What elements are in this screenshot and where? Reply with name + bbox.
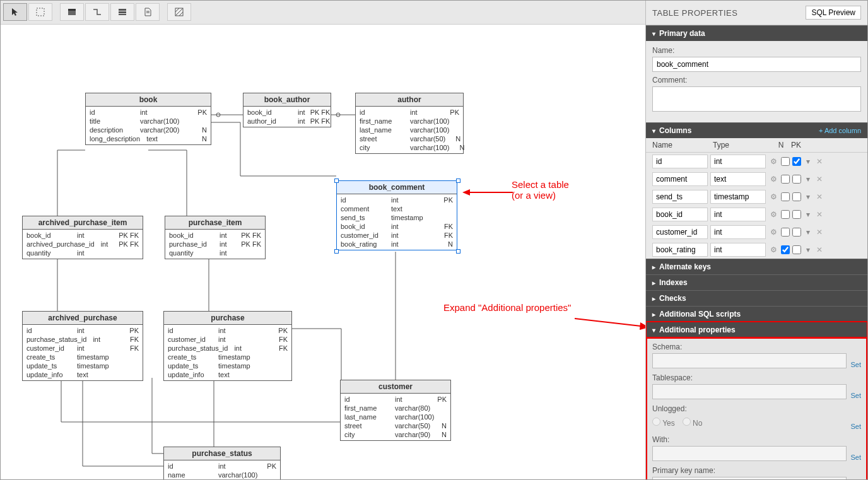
table-book_comment[interactable]: book_commentidintPKcommenttextsend_tstim… [336, 180, 457, 250]
section-additional-sql[interactable]: ▸Additional SQL scripts [646, 306, 867, 322]
column-type-input[interactable] [710, 208, 766, 221]
table-title: book_comment [337, 181, 457, 194]
chevron-down-icon[interactable]: ▾ [804, 228, 812, 237]
unlogged-label: Unlogged: [652, 404, 861, 413]
pk-checkbox[interactable] [792, 210, 801, 219]
table-title: purchase_status [164, 447, 280, 460]
tool-table[interactable] [60, 3, 84, 21]
svg-line-38 [575, 319, 641, 326]
column-type-input[interactable] [710, 155, 766, 168]
erd-canvas[interactable]: Select a table (or a view) Expand "Addit… [1, 25, 647, 480]
table-archived_purchase[interactable]: archived_purchaseidintPKpurchase_status_… [22, 311, 143, 381]
column-name-input[interactable] [652, 190, 708, 204]
with-set-button[interactable]: Set [850, 454, 861, 461]
chevron-down-icon[interactable]: ▾ [804, 175, 812, 184]
table-column: purchase_idintPK FK [165, 240, 265, 249]
selection-handle[interactable] [456, 179, 460, 183]
gear-icon[interactable]: ⚙ [768, 175, 778, 184]
table-archived_purchase_item[interactable]: archived_purchase_itembook_idintPK FKarc… [22, 216, 143, 259]
nullable-checkbox[interactable] [781, 175, 790, 184]
nullable-checkbox[interactable] [781, 192, 790, 201]
table-purchase_item[interactable]: purchase_itembook_idintPK FKpurchase_idi… [165, 216, 266, 259]
selection-handle[interactable] [334, 179, 339, 183]
close-icon[interactable]: ✕ [815, 210, 824, 219]
close-icon[interactable]: ✕ [815, 192, 824, 201]
pk-checkbox[interactable] [792, 228, 801, 237]
column-type-input[interactable] [710, 172, 766, 186]
tool-marquee[interactable] [28, 3, 52, 21]
table-book_author[interactable]: book_authorbook_idintPK FKauthor_idintPK… [243, 93, 331, 127]
pk-checkbox[interactable] [792, 192, 801, 201]
close-icon[interactable]: ✕ [815, 175, 824, 184]
chevron-down-icon[interactable]: ▾ [804, 157, 812, 166]
section-additional-properties[interactable]: ▾Additional properties [646, 322, 867, 337]
annotation-select-table: Select a table (or a view) [512, 179, 569, 201]
tool-relation[interactable] [85, 3, 109, 21]
tool-hatch[interactable] [167, 3, 191, 21]
column-name-input[interactable] [652, 155, 708, 168]
table-column: update_tstimestamp [164, 361, 291, 370]
column-type-input[interactable] [710, 190, 766, 204]
pkname-input[interactable] [652, 477, 847, 480]
unlogged-yes[interactable]: Yes [652, 418, 675, 428]
chevron-down-icon[interactable]: ▾ [804, 245, 812, 254]
column-name-input[interactable] [652, 243, 708, 257]
table-column: first_namevarchar(100) [356, 117, 463, 126]
gear-icon[interactable]: ⚙ [768, 245, 778, 254]
table-name-input[interactable] [652, 57, 861, 72]
section-columns[interactable]: ▾Columns + Add column [646, 122, 867, 138]
close-icon[interactable]: ✕ [815, 228, 824, 237]
unlogged-set-button[interactable]: Set [850, 423, 861, 430]
tool-select[interactable] [3, 3, 27, 21]
nullable-checkbox[interactable] [781, 157, 790, 166]
close-icon[interactable]: ✕ [815, 245, 824, 254]
column-type-input[interactable] [710, 225, 766, 239]
table-column: send_tstimestamp [337, 213, 457, 222]
with-input[interactable] [652, 446, 847, 461]
gear-icon[interactable]: ⚙ [768, 192, 778, 201]
selection-handle[interactable] [456, 249, 460, 254]
section-checks[interactable]: ▸Checks [646, 290, 867, 306]
close-icon[interactable]: ✕ [815, 157, 824, 166]
selection-handle[interactable] [334, 249, 339, 254]
column-name-input[interactable] [652, 208, 708, 221]
nullable-checkbox[interactable] [781, 228, 790, 237]
svg-rect-5 [119, 14, 126, 15]
tool-doc[interactable] [136, 3, 160, 21]
table-column: commenttext [337, 204, 457, 213]
gear-icon[interactable]: ⚙ [768, 210, 778, 219]
table-purchase[interactable]: purchaseidintPKcustomer_idintFKpurchase_… [163, 311, 292, 381]
tool-list[interactable] [110, 3, 134, 21]
table-purchase_status[interactable]: purchase_statusidintPKnamevarchar(100) [163, 447, 281, 480]
tablespace-set-button[interactable]: Set [850, 392, 861, 399]
table-column: streetvarchar(50)N [341, 421, 450, 430]
chevron-down-icon[interactable]: ▾ [804, 210, 812, 219]
gear-icon[interactable]: ⚙ [768, 157, 778, 166]
add-column-button[interactable]: + Add column [819, 127, 861, 134]
table-author[interactable]: authoridintPKfirst_namevarchar(100)last_… [355, 93, 464, 154]
column-grid-row: ⚙▾✕ [646, 206, 867, 223]
schema-input[interactable] [652, 353, 847, 368]
pk-checkbox[interactable] [792, 157, 801, 166]
table-customer[interactable]: customeridintPKfirst_namevarchar(80)last… [340, 380, 451, 441]
table-comment-input[interactable] [652, 86, 861, 112]
nullable-checkbox[interactable] [781, 210, 790, 219]
sql-preview-button[interactable]: SQL Preview [806, 6, 861, 20]
nullable-checkbox[interactable] [781, 245, 790, 254]
section-primary-data[interactable]: ▾Primary data [646, 25, 867, 41]
caret-right-icon: ▸ [652, 279, 655, 286]
gear-icon[interactable]: ⚙ [768, 228, 778, 237]
table-book[interactable]: bookidintPKtitlevarchar(100)descriptionv… [85, 93, 211, 145]
section-alternate-keys[interactable]: ▸Alternate keys [646, 259, 867, 274]
unlogged-no[interactable]: No [683, 418, 703, 428]
column-type-input[interactable] [710, 243, 766, 257]
column-name-input[interactable] [652, 172, 708, 186]
tablespace-input[interactable] [652, 384, 847, 399]
section-indexes[interactable]: ▸Indexes [646, 274, 867, 290]
chevron-down-icon[interactable]: ▾ [804, 192, 812, 201]
pk-checkbox[interactable] [792, 245, 801, 254]
pk-checkbox[interactable] [792, 175, 801, 184]
table-column: book_idintPK FK [23, 231, 143, 240]
schema-set-button[interactable]: Set [850, 361, 861, 368]
column-name-input[interactable] [652, 225, 708, 239]
